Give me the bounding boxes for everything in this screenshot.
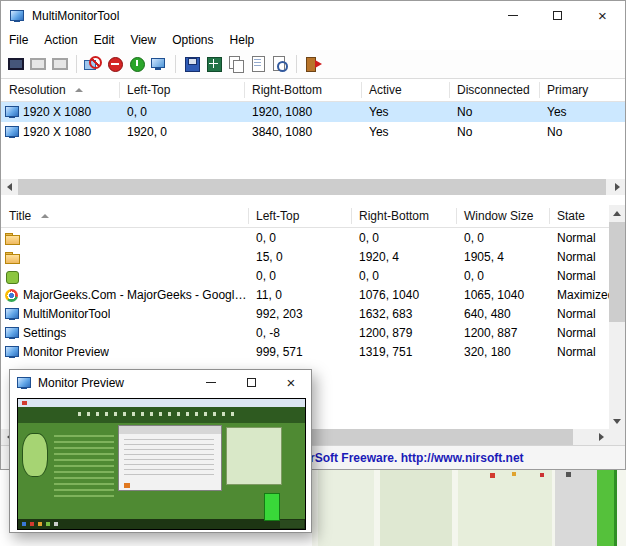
webpage-stripe <box>380 470 452 546</box>
menu-action[interactable]: Action <box>36 31 85 50</box>
resolution-cell: 1920 X 1080 <box>23 125 91 139</box>
window-row[interactable]: MajorGeeks.Com - MajorGeeks - Google ...… <box>1 285 611 304</box>
window-row[interactable]: 0, 0 0, 0 0, 0 Normal <box>1 266 611 285</box>
column-disconnected[interactable]: Disconnected <box>457 83 530 97</box>
preview-browser-dot <box>22 401 27 405</box>
window-row[interactable]: Settings 0, -8 1200, 879 1200, 887 Norma… <box>1 323 611 342</box>
window-row[interactable]: 15, 0 1920, 4 1905, 4 Normal <box>1 247 611 266</box>
move-monitor-left-icon[interactable] <box>29 55 47 73</box>
scroll-right-icon[interactable] <box>609 179 625 195</box>
scrollbar-corner <box>609 429 625 445</box>
monitor-preview-icon[interactable] <box>150 55 168 73</box>
right-bottom-cell: 1076, 1040 <box>359 288 419 302</box>
monitor-preview-icon <box>16 375 32 391</box>
window-size-cell: 1065, 1040 <box>464 288 524 302</box>
monitor-preview-image <box>17 398 306 530</box>
scroll-up-icon[interactable] <box>609 205 625 221</box>
column-left-top[interactable]: Left-Top <box>127 83 170 97</box>
webpage-speck <box>566 472 571 477</box>
preview-mascot <box>22 433 48 477</box>
scroll-down-icon[interactable] <box>609 413 625 429</box>
scroll-right-icon[interactable] <box>593 429 609 445</box>
right-bottom-cell: 1200, 879 <box>359 326 412 340</box>
column-left-top[interactable]: Left-Top <box>256 209 299 223</box>
set-primary-monitor-icon[interactable] <box>7 55 25 73</box>
state-cell: Normal <box>557 345 596 359</box>
preview-window-controls: × <box>191 370 311 395</box>
right-bottom-cell: 3840, 1080 <box>252 125 312 139</box>
menu-edit[interactable]: Edit <box>86 31 123 50</box>
window-row[interactable]: Monitor Preview 999, 571 1319, 751 320, … <box>1 342 611 361</box>
state-cell: Normal <box>557 326 596 340</box>
preview-window-title: Monitor Preview <box>38 376 124 390</box>
monitor-preview-window: Monitor Preview × <box>9 369 312 533</box>
export-report-icon[interactable] <box>205 55 223 73</box>
save-icon[interactable] <box>183 55 201 73</box>
webpage-green-bar <box>597 470 617 546</box>
primary-cell: No <box>547 125 562 139</box>
webpage-speck <box>540 473 544 477</box>
column-right-bottom[interactable]: Right-Bottom <box>359 209 429 223</box>
state-cell: Normal <box>557 269 596 283</box>
folder-icon <box>4 249 20 265</box>
scrollbar-thumb[interactable] <box>609 222 625 322</box>
copy-icon[interactable] <box>227 55 245 73</box>
preview-dialog-titlebar <box>119 426 221 434</box>
menu-view[interactable]: View <box>122 31 164 50</box>
move-monitor-right-icon[interactable] <box>51 55 69 73</box>
column-title[interactable]: Title <box>9 209 31 223</box>
right-bottom-cell: 0, 0 <box>359 231 379 245</box>
preview-maximize-button[interactable] <box>231 370 271 395</box>
title-cell: Settings <box>23 326 66 340</box>
scroll-left-icon[interactable] <box>1 179 17 195</box>
disable-monitor-icon[interactable] <box>84 55 102 73</box>
html-report-icon[interactable] <box>271 55 289 73</box>
title-cell: MajorGeeks.Com - MajorGeeks - Google ... <box>23 288 251 302</box>
preview-minimize-button[interactable] <box>191 370 231 395</box>
window-size-cell: 0, 0 <box>464 231 484 245</box>
menu-options[interactable]: Options <box>164 31 221 50</box>
preview-browser-bar <box>18 399 306 407</box>
preview-close-button[interactable]: × <box>271 370 311 395</box>
close-button[interactable]: × <box>580 1 625 30</box>
monitors-hscrollbar <box>1 179 625 195</box>
monitor-row[interactable]: 1920 X 1080 1920, 0 3840, 1080 Yes No No <box>1 122 625 142</box>
window-row[interactable]: 0, 0 0, 0 0, 0 Normal <box>1 228 611 247</box>
column-window-size[interactable]: Window Size <box>464 209 533 223</box>
column-state[interactable]: State <box>557 209 585 223</box>
exit-icon[interactable] <box>304 55 322 73</box>
window-title: MultiMonitorTool <box>32 9 119 23</box>
state-cell: Normal <box>557 250 596 264</box>
primary-cell: Yes <box>547 105 567 119</box>
monitor-row[interactable]: 1920 X 1080 0, 0 1920, 1080 Yes No Yes <box>1 102 625 122</box>
monitor-icon <box>4 306 20 322</box>
disconnected-cell: No <box>457 105 472 119</box>
scrollbar-thumb[interactable] <box>18 179 606 195</box>
window-row[interactable]: MultiMonitorTool 992, 203 1632, 683 640,… <box>1 304 611 323</box>
minimize-button[interactable] <box>490 1 535 30</box>
column-primary[interactable]: Primary <box>547 83 588 97</box>
turn-off-monitor-icon[interactable] <box>106 55 124 73</box>
column-active[interactable]: Active <box>369 83 402 97</box>
screen: MultiMonitorTool × File Action Edit View… <box>0 0 626 546</box>
window-size-cell: 320, 180 <box>464 345 511 359</box>
enable-monitor-icon[interactable] <box>128 55 146 73</box>
toolbar-separator <box>76 55 77 73</box>
column-resolution[interactable]: Resolution <box>9 83 66 97</box>
properties-icon[interactable] <box>249 55 267 73</box>
menu-file[interactable]: File <box>1 31 36 50</box>
column-right-bottom[interactable]: Right-Bottom <box>252 83 322 97</box>
preview-dialog-list <box>124 439 214 479</box>
preview-taskbar-icons <box>22 522 26 526</box>
right-bottom-cell: 1632, 683 <box>359 307 412 321</box>
preview-titlebar: Monitor Preview × <box>10 370 311 396</box>
preview-taskbar <box>18 519 306 529</box>
app-icon <box>9 8 25 24</box>
menu-help[interactable]: Help <box>222 31 263 50</box>
resolution-cell: 1920 X 1080 <box>23 105 91 119</box>
left-top-cell: 0, 0 <box>127 105 147 119</box>
maximize-button[interactable] <box>535 1 580 30</box>
window-size-cell: 1905, 4 <box>464 250 504 264</box>
monitor-icon <box>4 344 20 360</box>
app-window-icon <box>4 268 20 284</box>
